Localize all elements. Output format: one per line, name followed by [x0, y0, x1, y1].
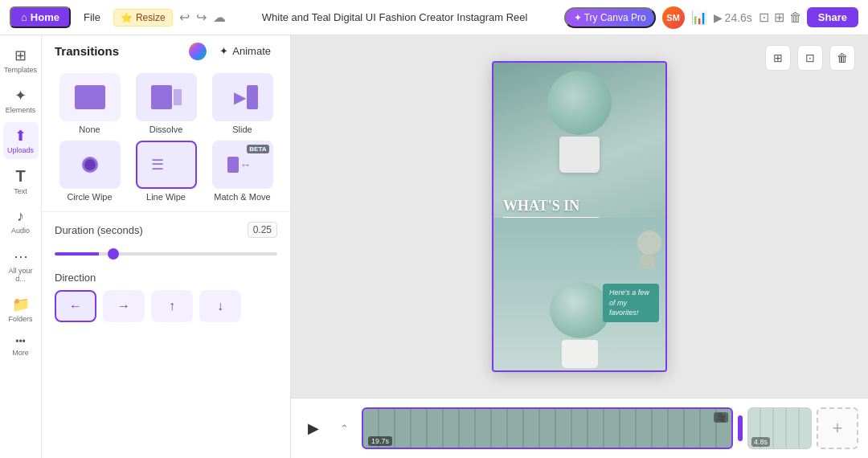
sidebar-item-all[interactable]: ⋯ All your d...	[3, 243, 39, 288]
timeline-collapse-button[interactable]: ⌃	[333, 417, 355, 440]
transition-match-move[interactable]: BETA Match & Move	[207, 141, 277, 202]
divider-1	[42, 211, 290, 212]
window-icon[interactable]: ⊡	[759, 10, 769, 25]
transition-line-wipe[interactable]: Line Wipe	[131, 141, 201, 202]
transition-none[interactable]: None	[55, 73, 125, 134]
undo-icon[interactable]: ↩	[179, 10, 190, 25]
home-button[interactable]: ⌂ Home	[10, 6, 71, 28]
expand-button[interactable]: ⊡	[797, 45, 823, 71]
timeline-tracks: 19.7s 🎥 4.8s +	[362, 404, 858, 452]
timeline: ▶ ⌃ 19.7s 🎥 4.8s +	[291, 398, 868, 458]
linewipe-shape	[151, 153, 182, 177]
grid-button[interactable]: ⊞	[765, 45, 791, 71]
transition-slide[interactable]: Slide	[207, 73, 277, 134]
dissolve-shape	[151, 85, 182, 109]
chart-icon: 📊	[691, 10, 707, 25]
arrow-down-icon: ↓	[217, 299, 223, 313]
succulent-bottom	[550, 282, 610, 338]
main-area: ⊞ Templates ✦ Elements ⬆ Uploads T Text …	[0, 35, 868, 458]
file-button[interactable]: File	[77, 8, 107, 27]
more-label: More	[12, 349, 29, 357]
sidebar: ⊞ Templates ✦ Elements ⬆ Uploads T Text …	[0, 35, 42, 458]
canvas-area: ⊞ ⊡ 🗑 ↻	[291, 35, 868, 398]
direction-down-button[interactable]: ↓	[199, 290, 241, 322]
audio-icon: ♪	[17, 208, 24, 225]
sidebar-item-uploads[interactable]: ⬆ Uploads	[3, 122, 39, 159]
sidebar-item-elements[interactable]: ✦ Elements	[3, 82, 39, 119]
transition-circle-label: Circle Wipe	[67, 192, 112, 202]
beta-badge: BETA	[247, 145, 268, 153]
direction-right-button[interactable]: →	[103, 290, 145, 322]
succulent-top	[547, 71, 612, 135]
direction-up-button[interactable]: ↑	[151, 290, 193, 322]
main-track[interactable]: 19.7s 🎥	[362, 407, 733, 449]
none-shape	[75, 85, 105, 109]
topbar: ⌂ Home File ⭐ Resize ↩ ↪ ☁ White and Tea…	[0, 0, 868, 35]
transition-match-label: Match & Move	[214, 192, 270, 202]
transition-dissolve-thumb	[136, 73, 197, 121]
transition-line-thumb	[136, 141, 197, 189]
video-indicator: 🎥	[714, 412, 728, 423]
resize-button[interactable]: ⭐ Resize	[113, 9, 173, 27]
timeline-play-button[interactable]: ▶	[301, 415, 326, 441]
plant-top-area	[535, 71, 624, 175]
pot-top	[559, 137, 600, 173]
panel-title: Transitions	[55, 44, 119, 58]
transition-circle-wipe[interactable]: Circle Wipe	[55, 141, 125, 202]
duration-slider[interactable]	[55, 252, 277, 256]
templates-icon: ⊞	[14, 47, 27, 64]
folders-label: Folders	[8, 315, 32, 323]
topbar-actions: ⊡ ⊞ 🗑 Share	[759, 7, 858, 27]
play-icon: ▶	[714, 11, 723, 24]
folders-icon: 📁	[12, 296, 30, 313]
secondary-track[interactable]: 4.8s	[747, 407, 812, 449]
direction-left-button[interactable]: ←	[55, 290, 96, 322]
avatar[interactable]: SM	[662, 6, 685, 29]
sidebar-item-templates[interactable]: ⊞ Templates	[3, 42, 39, 79]
transition-none-thumb	[59, 73, 121, 121]
panel-header-row: Transitions ✦ Animate	[42, 35, 290, 67]
transition-slide-label: Slide	[232, 125, 252, 134]
home-icon: ⌂	[21, 11, 27, 23]
sidebar-item-audio[interactable]: ♪ Audio	[3, 203, 39, 239]
animate-button[interactable]: ✦ Animate	[213, 42, 277, 60]
try-pro-button[interactable]: ✦ Try Canva Pro	[564, 7, 656, 28]
transition-none-label: None	[79, 125, 100, 134]
expand-icon: ⊡	[805, 51, 815, 64]
video-icon: 🎥	[716, 413, 726, 422]
play-button[interactable]: ▶ 24.6s	[714, 11, 752, 24]
grid-icon: ⊞	[773, 51, 783, 64]
match-shape	[227, 153, 258, 177]
all-icon: ⋯	[14, 247, 28, 265]
trash-icon[interactable]: 🗑	[789, 10, 802, 25]
redo-icon[interactable]: ↪	[196, 10, 207, 25]
layout-icon[interactable]: ⊞	[774, 10, 784, 25]
sidebar-item-more[interactable]: ••• More	[3, 331, 39, 362]
slide-shape	[227, 85, 258, 109]
resize-label: Resize	[136, 12, 166, 23]
trash-canvas-button[interactable]: 🗑	[829, 45, 855, 71]
transition-dissolve[interactable]: Dissolve	[131, 73, 201, 134]
add-track-button[interactable]: +	[817, 407, 858, 449]
transitions-panel: Transitions ✦ Animate None	[42, 35, 291, 458]
time-display: 24.6s	[725, 11, 752, 24]
color-wheel-button[interactable]	[189, 43, 207, 60]
canvas-text-line1: WHAT'S IN	[503, 198, 599, 215]
audio-label: Audio	[11, 227, 30, 235]
sidebar-item-folders[interactable]: 📁 Folders	[3, 291, 39, 328]
timeline-play-icon: ▶	[308, 419, 319, 437]
elements-label: Elements	[6, 106, 36, 114]
uploads-icon: ⬆	[14, 127, 27, 145]
duration-row: Duration (seconds) 0.25	[42, 215, 290, 241]
circlewipe-shape	[75, 153, 105, 177]
plus-icon: +	[833, 418, 843, 439]
share-button[interactable]: Share	[807, 7, 858, 27]
canvas-toolbar: ⊞ ⊡ 🗑	[765, 45, 855, 71]
main-track-label: 19.7s	[368, 436, 392, 446]
sidebar-item-text[interactable]: T Text	[3, 162, 39, 200]
transition-dissolve-label: Dissolve	[149, 125, 183, 134]
pot-bottom	[562, 340, 598, 368]
track-divider[interactable]	[738, 415, 743, 441]
transition-line-label: Line Wipe	[146, 192, 186, 202]
canvas-frame: ↻ WHAT'S IN MY GARDEN?	[492, 61, 667, 372]
